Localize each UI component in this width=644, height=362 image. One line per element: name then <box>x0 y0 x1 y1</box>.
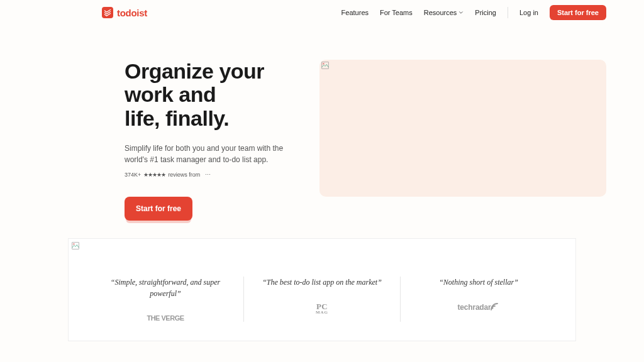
nav-log-in[interactable]: Log in <box>519 9 538 16</box>
nav-pricing[interactable]: Pricing <box>475 9 496 16</box>
hero-title-line2: work and <box>125 82 216 106</box>
testimonial-item: “Simple, straightforward, and super powe… <box>87 277 244 322</box>
techradar-logo: techradar <box>413 303 544 312</box>
hero-section: Organize your work and life, finally. Si… <box>0 25 644 221</box>
testimonial-item: “The best to-do list app on the market” … <box>244 277 401 322</box>
testimonial-quote: “Nothing short of stellar” <box>413 277 544 288</box>
testimonial-quote: “The best to-do list app on the market” <box>257 277 387 288</box>
chevron-down-icon <box>458 10 464 15</box>
testimonial-quote: “Simple, straightforward, and super powe… <box>100 277 231 299</box>
radar-icon <box>491 303 499 312</box>
hero-reviews: 374K+ ★★★★★ reviews from ⋯ <box>125 172 288 178</box>
todoist-logo-icon <box>102 7 113 18</box>
hero-subtitle: Simplify life for both you and your team… <box>125 143 288 165</box>
hero-cta-button[interactable]: Start for free <box>125 197 192 221</box>
nav-links: Features For Teams Resources Pricing Log… <box>341 5 606 20</box>
android-icon: ⋯ <box>205 172 211 178</box>
broken-image-icon <box>321 62 329 69</box>
nav-resources[interactable]: Resources <box>424 9 464 16</box>
pc-mag-logo: PC MAG <box>257 303 387 314</box>
hero-image-placeholder <box>319 60 606 197</box>
nav-divider <box>508 7 508 18</box>
the-verge-logo: THE VERGE <box>100 314 231 322</box>
techradar-text: techradar <box>458 303 491 312</box>
hero-title-line1: Organize your <box>125 59 264 83</box>
reviews-stars: ★★★★★ <box>143 172 165 178</box>
reviews-text: reviews from <box>168 172 200 178</box>
nav-resources-label: Resources <box>424 9 457 16</box>
brand[interactable]: todoist <box>102 7 147 18</box>
testimonials-row: “Simple, straightforward, and super powe… <box>87 277 557 322</box>
testimonial-item: “Nothing short of stellar” techradar <box>401 277 557 322</box>
hero-content: Organize your work and life, finally. Si… <box>125 60 288 221</box>
brand-name: todoist <box>117 8 147 18</box>
nav-for-teams[interactable]: For Teams <box>380 9 413 16</box>
top-nav: todoist Features For Teams Resources Pri… <box>0 0 644 25</box>
nav-cta-button[interactable]: Start for free <box>550 5 606 20</box>
nav-features[interactable]: Features <box>341 9 369 16</box>
reviews-count: 374K+ <box>125 172 141 178</box>
testimonials-section: “Simple, straightforward, and super powe… <box>68 238 576 341</box>
hero-title-line3: life, finally. <box>125 106 229 130</box>
hero-title: Organize your work and life, finally. <box>125 60 288 130</box>
broken-image-icon <box>72 242 79 250</box>
pcmag-line2: MAG <box>257 310 387 314</box>
